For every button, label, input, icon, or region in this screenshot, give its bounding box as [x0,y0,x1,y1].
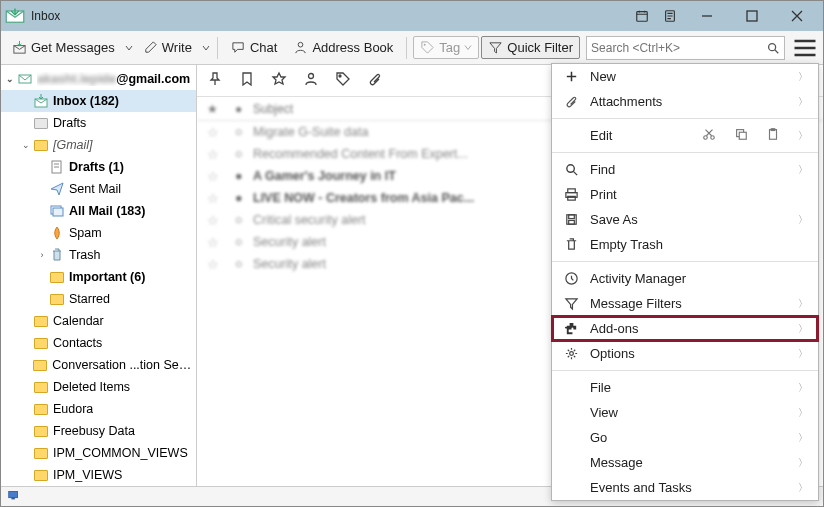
menu-empty-trash[interactable]: Empty Trash [552,232,818,257]
svg-rect-30 [9,491,18,497]
folder-label: IPM_VIEWS [53,468,122,482]
separator [217,37,218,59]
folder-label: Contacts [53,336,102,350]
folder-item[interactable]: Deleted Items [1,376,196,398]
menu-save-as[interactable]: Save As〉 [552,207,818,232]
svg-point-7 [769,43,776,50]
online-icon[interactable] [7,488,21,506]
bookmark-icon[interactable] [239,71,255,91]
svg-point-14 [339,75,341,77]
menu-message-filters[interactable]: Message Filters〉 [552,291,818,316]
menu-message[interactable]: Message〉 [552,450,818,475]
menu-new[interactable]: New〉 [552,64,818,89]
folder-icon [49,225,65,241]
svg-rect-20 [771,129,775,131]
folder-label: All Mail (183) [69,204,145,218]
folder-item[interactable]: ⌄[Gmail] [1,134,196,156]
folder-item[interactable]: IPM_VIEWS [1,464,196,486]
folder-item[interactable]: Drafts (1) [1,156,196,178]
tasks-icon[interactable] [656,1,684,31]
menu-edit[interactable]: Edit 〉 [552,123,818,148]
folder-icon [49,159,65,175]
folder-item[interactable]: Drafts [1,112,196,134]
cut-icon[interactable] [702,127,716,144]
folder-icon [33,401,49,417]
menu-options[interactable]: Options〉 [552,341,818,366]
folder-item[interactable]: All Mail (183) [1,200,196,222]
menu-events-tasks[interactable]: Events and Tasks〉 [552,475,818,500]
title-bar: Inbox [1,1,823,31]
folder-item[interactable]: Spam [1,222,196,244]
address-book-button[interactable]: Address Book [286,36,400,59]
svg-point-5 [299,42,304,47]
search-box[interactable] [586,36,785,60]
twisty-icon[interactable]: › [35,250,49,260]
paperclip-icon [562,94,580,109]
menu-separator [552,152,818,153]
svg-rect-31 [11,497,15,499]
folder-label: Deleted Items [53,380,130,394]
folder-icon [33,115,49,131]
write-dropdown[interactable] [201,44,211,52]
menu-file[interactable]: File〉 [552,375,818,400]
tag-icon[interactable] [335,71,351,91]
folder-label: Drafts (1) [69,160,124,174]
folder-item[interactable]: Calendar [1,310,196,332]
folder-label: Trash [69,248,101,262]
close-button[interactable] [774,1,819,31]
folder-item[interactable]: Eudora [1,398,196,420]
menu-view[interactable]: View〉 [552,400,818,425]
folder-item[interactable]: Freebusy Data [1,420,196,442]
twisty-icon[interactable]: ⌄ [19,140,33,150]
folder-item[interactable]: Starred [1,288,196,310]
menu-attachments[interactable]: Attachments〉 [552,89,818,114]
folder-label: Freebusy Data [53,424,135,438]
menu-print[interactable]: Print [552,182,818,207]
maximize-button[interactable] [729,1,774,31]
pin-icon[interactable] [207,71,223,91]
star-icon[interactable] [271,71,287,91]
chat-label: Chat [250,40,277,55]
paste-icon[interactable] [766,127,780,144]
write-button[interactable]: Write [136,36,199,59]
folder-label: Conversation ...tion Settin [52,358,192,372]
copy-icon[interactable] [734,127,748,144]
folder-icon [33,313,49,329]
quick-filter-button[interactable]: Quick Filter [481,36,580,59]
menu-find[interactable]: Find〉 [552,157,818,182]
folder-item[interactable]: Sent Mail [1,178,196,200]
folder-icon [49,181,65,197]
get-messages-button[interactable]: Get Messages [5,36,122,59]
folder-item[interactable]: ›Trash [1,244,196,266]
account-icon [17,71,33,87]
folder-icon [33,357,49,373]
account-row[interactable]: ⌄ akasht.lepide@gmail.com [1,68,196,90]
menu-go[interactable]: Go〉 [552,425,818,450]
folder-item[interactable]: Inbox (182) [1,90,196,112]
twisty-icon[interactable]: ⌄ [3,74,17,84]
folder-label: Starred [69,292,110,306]
menu-addons[interactable]: Add-ons〉 [552,316,818,341]
menu-activity-manager[interactable]: Activity Manager [552,266,818,291]
contact-icon[interactable] [303,71,319,91]
folder-label: Drafts [53,116,86,130]
svg-rect-26 [568,215,574,219]
folder-item[interactable]: Important (6) [1,266,196,288]
svg-point-13 [309,73,314,78]
get-messages-dropdown[interactable] [124,44,134,52]
folder-item[interactable]: Conversation ...tion Settin [1,354,196,376]
attachment-icon[interactable] [367,71,383,91]
minimize-button[interactable] [684,1,729,31]
folder-label: Important (6) [69,270,145,284]
calendar-icon[interactable] [628,1,656,31]
write-label: Write [162,40,192,55]
folder-icon [33,423,49,439]
app-menu-button[interactable] [791,35,819,61]
folder-item[interactable]: IPM_COMMON_VIEWS [1,442,196,464]
folder-item[interactable]: Contacts [1,332,196,354]
save-icon [562,212,580,227]
search-input[interactable] [591,41,766,55]
menu-separator [552,118,818,119]
tag-button[interactable]: Tag [413,36,479,59]
chat-button[interactable]: Chat [224,36,284,59]
